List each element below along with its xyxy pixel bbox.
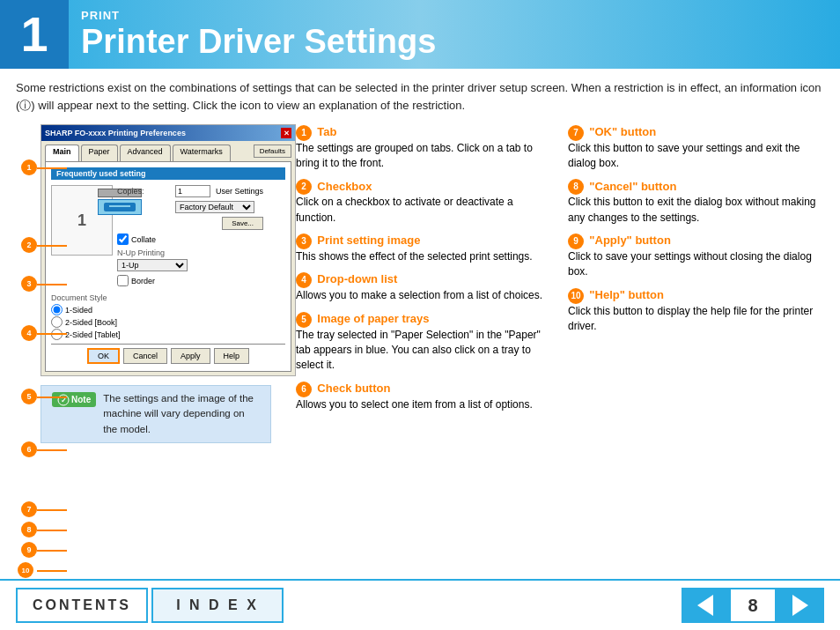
callout-9: 9	[21, 542, 37, 558]
dialog-tabs: Main Paper Advanced Watermarks Defaults	[41, 141, 295, 161]
desc-item-3: 3 Print setting image This shows the eff…	[296, 233, 552, 264]
footer-nav: 8	[682, 588, 824, 623]
main-content: Some restrictions exist on the combinati…	[0, 69, 840, 579]
page-title: Printer Driver Settings	[81, 24, 436, 61]
border-checkbox[interactable]	[117, 275, 129, 286]
next-page-button[interactable]	[777, 588, 824, 623]
collate-label: Collate	[131, 235, 156, 244]
desc-text-5: The tray selected in "Paper Selection" i…	[296, 328, 552, 374]
radio-1sided-input[interactable]	[51, 304, 63, 315]
doc-style-label: Document Style	[51, 293, 285, 302]
radio-2sided-book: 2-Sided [Book]	[51, 316, 285, 328]
desc-text-4: Allows you to make a selection from a li…	[296, 288, 552, 303]
dialog-titlebar: SHARP FO-xxxx Printing Preferences ✕	[41, 125, 295, 141]
user-settings-row: Factory Default	[117, 201, 263, 213]
desc-left: 1 Tab The settings are grouped on tabs. …	[296, 124, 552, 572]
desc-num-1: 1	[296, 125, 312, 141]
radio-2sided-tablet: 2-Sided [Tablet]	[51, 329, 285, 340]
page-header: 1 PRINT Printer Driver Settings	[0, 0, 840, 69]
nup-select[interactable]: 1-Up	[117, 259, 188, 271]
tab-advanced[interactable]: Advanced	[120, 145, 171, 161]
desc-title-4: 4 Drop-down list	[296, 271, 552, 288]
dialog-right-settings: Copies: User Settings Factory Default	[117, 185, 263, 290]
desc-title-8: 8 "Cancel" button	[568, 179, 824, 196]
desc-title-6: 6 Check button	[296, 381, 552, 397]
ok-button[interactable]: OK	[87, 348, 120, 364]
contents-button[interactable]: CONTENTS	[16, 588, 148, 623]
desc-label-6: Check button	[317, 382, 390, 395]
desc-num-8: 8	[568, 179, 584, 195]
desc-num-6: 6	[296, 382, 312, 397]
desc-label-7: "OK" button	[589, 125, 656, 138]
desc-title-5: 5 Image of paper trays	[296, 311, 552, 328]
desc-label-4: Drop-down list	[317, 272, 397, 285]
line-3	[37, 284, 67, 285]
desc-label-3: Print setting image	[317, 233, 420, 247]
desc-item-8: 8 "Cancel" button Click this button to e…	[568, 179, 824, 226]
copies-row: Copies: User Settings	[117, 185, 263, 197]
line-9	[37, 550, 67, 552]
desc-label-1: Tab	[317, 125, 336, 138]
next-arrow-icon	[792, 595, 808, 616]
dialog-screenshot: SHARP FO-xxxx Printing Preferences ✕ Mai…	[41, 124, 296, 376]
radio-2sided-book-input[interactable]	[51, 316, 63, 328]
note-box: ✓Note The settings and the image of the …	[41, 385, 271, 443]
prev-page-button[interactable]	[682, 588, 729, 623]
copies-input[interactable]	[175, 185, 210, 197]
dialog-buttons: OK Cancel Apply Help	[51, 344, 285, 366]
callout-10: 10	[18, 562, 33, 578]
callout-4: 4	[21, 325, 37, 341]
apply-button[interactable]: Apply	[171, 348, 210, 364]
sides-radio-group: 1-Sided 2-Sided [Book] 2-Sided [Tablet]	[51, 304, 285, 340]
desc-text-2: Click on a checkbox to activate or deact…	[296, 195, 552, 226]
border-label: Border	[131, 277, 155, 285]
line-1	[37, 167, 67, 169]
help-button[interactable]: Help	[214, 348, 250, 364]
line-7	[37, 509, 67, 511]
desc-title-3: 3 Print setting image	[296, 233, 552, 249]
prev-arrow-icon	[697, 595, 713, 616]
index-button[interactable]: I N D E X	[151, 588, 284, 623]
desc-item-5: 5 Image of paper trays The tray selected…	[296, 311, 552, 374]
desc-num-5: 5	[296, 312, 312, 328]
desc-num-9: 9	[568, 233, 584, 249]
dialog-body: Frequently used setting 1	[45, 161, 291, 372]
desc-title-9: 9 "Apply" button	[568, 233, 824, 249]
defaults-button[interactable]: Defaults	[254, 145, 291, 158]
desc-item-7: 7 "OK" button Click this button to save …	[568, 124, 824, 172]
desc-item-1: 1 Tab The settings are grouped on tabs. …	[296, 124, 552, 172]
desc-item-10: 10 "Help" button Click this button to di…	[568, 287, 824, 335]
line-4	[37, 333, 67, 335]
dialog-upper: 1 Copies:	[51, 185, 285, 290]
desc-text-9: Click to save your settings without clos…	[568, 249, 824, 280]
callout-3: 3	[21, 276, 37, 292]
desc-num-4: 4	[296, 272, 312, 288]
callout-5: 5	[21, 389, 37, 404]
desc-label-2: Checkbox	[317, 180, 372, 193]
footer: CONTENTS I N D E X 8	[0, 579, 840, 630]
collate-checkbox[interactable]	[117, 233, 129, 245]
tab-paper[interactable]: Paper	[81, 145, 118, 161]
callout-2: 2	[21, 237, 37, 253]
desc-num-3: 3	[296, 233, 312, 249]
copies-label: Copies:	[117, 187, 170, 196]
freq-bar: Frequently used setting	[51, 167, 285, 180]
desc-title-10: 10 "Help" button	[568, 287, 824, 304]
page-number: 8	[729, 588, 777, 623]
tab-main[interactable]: Main	[45, 145, 79, 161]
desc-text-1: The settings are grouped on tabs. Click …	[296, 141, 552, 172]
callout-1: 1	[21, 159, 37, 175]
desc-right: 7 "OK" button Click this button to save …	[568, 124, 824, 572]
border-row: Border	[117, 275, 263, 286]
cancel-button[interactable]: Cancel	[123, 348, 167, 364]
save-button[interactable]: Save...	[222, 217, 263, 230]
tab-watermarks[interactable]: Watermarks	[173, 145, 231, 161]
dialog-column: SHARP FO-xxxx Printing Preferences ✕ Mai…	[16, 124, 280, 572]
desc-item-9: 9 "Apply" button Click to save your sett…	[568, 233, 824, 280]
close-icon[interactable]: ✕	[281, 128, 291, 138]
desc-label-8: "Cancel" button	[589, 180, 676, 193]
user-settings-select[interactable]: Factory Default	[175, 201, 254, 213]
callout-6: 6	[21, 441, 37, 457]
user-settings-label: User Settings	[216, 187, 263, 196]
radio-1sided: 1-Sided	[51, 304, 285, 315]
